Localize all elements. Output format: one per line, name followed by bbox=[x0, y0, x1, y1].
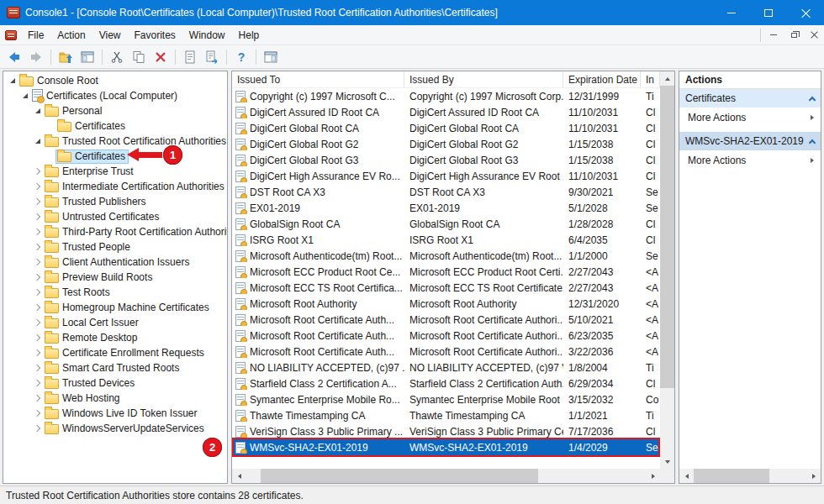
tree-item[interactable]: Local Cert Issuer bbox=[3, 315, 227, 330]
tree-item[interactable]: Trusted Publishers bbox=[3, 194, 227, 209]
forward-button[interactable] bbox=[25, 47, 47, 67]
certificate-row[interactable]: Microsoft Authenticode(tm) Root... Micro… bbox=[232, 248, 660, 264]
menu-favorites[interactable]: Favorites bbox=[128, 27, 182, 44]
delete-button[interactable] bbox=[150, 47, 172, 67]
tree-node[interactable]: Test Roots bbox=[43, 286, 114, 300]
scroll-up-button[interactable] bbox=[660, 71, 674, 86]
tree-node[interactable]: Trusted Root Certification Authorities bbox=[43, 134, 228, 149]
tree-item[interactable]: Personal bbox=[3, 103, 227, 118]
certificate-row[interactable]: DigiCert Global Root CA DigiCert Global … bbox=[232, 120, 660, 136]
actions-horizontal-scrollbar[interactable] bbox=[679, 469, 821, 483]
tree-expander-icon[interactable] bbox=[32, 411, 43, 416]
tree-expander-icon[interactable] bbox=[32, 426, 43, 431]
more-actions-certificates[interactable]: More Actions bbox=[679, 108, 821, 127]
tree-item[interactable]: Third-Party Root Certification Authorit bbox=[3, 224, 227, 239]
tree-node[interactable]: Homegroup Machine Certificates bbox=[43, 301, 213, 315]
copy-button[interactable] bbox=[128, 47, 150, 67]
mdi-child-icon[interactable] bbox=[5, 30, 17, 40]
certificate-row[interactable]: NO LIABILITY ACCEPTED, (c)97 ... NO LIAB… bbox=[232, 360, 660, 375]
back-button[interactable] bbox=[3, 47, 25, 67]
menu-help[interactable]: Help bbox=[232, 27, 267, 44]
certificate-row[interactable]: EX01-2019 EX01-2019 5/1/2028 Se bbox=[232, 200, 660, 216]
tree-item[interactable]: Intermediate Certification Authorities bbox=[3, 179, 227, 194]
properties-button[interactable] bbox=[179, 47, 201, 67]
help-button[interactable]: ? bbox=[230, 47, 252, 67]
tree-item[interactable]: Untrusted Certificates bbox=[3, 209, 227, 224]
more-actions-selected-cert[interactable]: More Actions bbox=[679, 150, 821, 170]
certificate-row[interactable]: GlobalSign Root CA GlobalSign Root CA 1/… bbox=[232, 216, 660, 232]
tree-node[interactable]: Untrusted Certificates bbox=[43, 210, 162, 224]
certificate-row[interactable]: Symantec Enterprise Mobile Ro... Symante… bbox=[232, 391, 660, 407]
tree-node[interactable]: Intermediate Certification Authorities bbox=[43, 180, 228, 194]
horizontal-scroll-thumb[interactable] bbox=[261, 469, 538, 483]
tree-node[interactable]: Windows Live ID Token Issuer bbox=[43, 407, 201, 421]
certificate-row[interactable]: DigiCert High Assurance EV Ro... DigiCer… bbox=[232, 168, 660, 184]
tree-expander-icon[interactable] bbox=[32, 275, 43, 280]
tree-expander-icon[interactable] bbox=[32, 320, 43, 325]
collapse-section-icon[interactable] bbox=[809, 139, 816, 145]
column-header-intended-purposes[interactable]: In bbox=[641, 71, 660, 88]
tree-expander-icon[interactable] bbox=[32, 169, 43, 174]
column-header-issued-to[interactable]: Issued To bbox=[232, 71, 404, 88]
tree-item[interactable]: Smart Card Trusted Roots bbox=[3, 360, 227, 375]
tree-item[interactable]: Certificates bbox=[3, 118, 227, 134]
tree-node[interactable]: Preview Build Roots bbox=[43, 270, 156, 285]
tree-node[interactable]: Personal bbox=[43, 104, 105, 118]
menu-window[interactable]: Window bbox=[182, 27, 232, 44]
tree-node[interactable]: Enterprise Trust bbox=[43, 165, 137, 179]
tree-item[interactable]: Windows Live ID Token Issuer bbox=[3, 406, 227, 421]
menu-view[interactable]: View bbox=[92, 27, 128, 44]
certificate-row[interactable]: DigiCert Assured ID Root CA DigiCert Ass… bbox=[232, 104, 660, 120]
tree-expander-icon[interactable] bbox=[32, 365, 43, 370]
tree-item[interactable]: Test Roots bbox=[3, 285, 227, 300]
scroll-right-button[interactable] bbox=[646, 469, 660, 483]
tree-item[interactable]: Certificates bbox=[3, 149, 227, 164]
scroll-down-button[interactable] bbox=[660, 454, 674, 469]
up-one-level-button[interactable] bbox=[55, 47, 77, 67]
close-button[interactable] bbox=[787, 0, 824, 25]
certificate-row[interactable]: Microsoft Root Authority Microsoft Root … bbox=[232, 296, 660, 312]
mdi-restore-button[interactable] bbox=[784, 26, 804, 45]
tree-expander-icon[interactable] bbox=[32, 244, 43, 249]
tree-item[interactable]: Web Hosting bbox=[3, 391, 227, 406]
tree-node[interactable]: WindowsServerUpdateServices bbox=[43, 422, 208, 436]
scroll-left-button[interactable] bbox=[232, 469, 246, 483]
menu-file[interactable]: File bbox=[21, 27, 50, 44]
tree-node[interactable]: Local Cert Issuer bbox=[43, 316, 142, 330]
tree-item[interactable]: Preview Build Roots bbox=[3, 270, 227, 285]
certificate-row[interactable]: DigiCert Global Root G2 DigiCert Global … bbox=[232, 136, 660, 152]
tree-expander-icon[interactable] bbox=[32, 139, 43, 144]
tree-expander-icon[interactable] bbox=[32, 396, 43, 401]
certificate-row[interactable]: VeriSign Class 3 Public Primary ... Veri… bbox=[232, 423, 660, 439]
tree-node[interactable]: Console Root bbox=[18, 74, 102, 88]
tree-expander-icon[interactable] bbox=[19, 93, 30, 98]
tree-item[interactable]: Certificates (Local Computer) bbox=[3, 88, 227, 103]
show-hide-action-pane-button[interactable] bbox=[260, 47, 282, 67]
collapse-section-icon[interactable] bbox=[809, 96, 816, 102]
tree-node[interactable]: Remote Desktop bbox=[43, 331, 140, 345]
tree-expander-icon[interactable] bbox=[32, 184, 43, 189]
tree-item[interactable]: Client Authentication Issuers bbox=[3, 255, 227, 270]
tree-expander-icon[interactable] bbox=[32, 381, 43, 386]
vertical-scroll-thumb[interactable] bbox=[660, 86, 674, 388]
tree-node[interactable]: Certificates bbox=[55, 119, 129, 134]
tree-expander-icon[interactable] bbox=[32, 290, 43, 295]
tree-node[interactable]: Client Authentication Issuers bbox=[43, 255, 193, 270]
tree-expander-icon[interactable] bbox=[32, 108, 43, 113]
certificate-row[interactable]: Microsoft Root Certificate Auth... Micro… bbox=[232, 328, 660, 344]
scroll-right-button[interactable] bbox=[806, 469, 821, 483]
certificate-row[interactable]: Microsoft ECC TS Root Certifica... Micro… bbox=[232, 280, 660, 296]
column-header-expiration-date[interactable]: Expiration Date bbox=[563, 71, 641, 88]
scroll-left-button[interactable] bbox=[679, 469, 694, 483]
tree-node[interactable]: Third-Party Root Certification Authorit bbox=[43, 225, 228, 239]
tree-expander-icon[interactable] bbox=[32, 214, 43, 219]
certificate-row[interactable]: DST Root CA X3 DST Root CA X3 9/30/2021 … bbox=[232, 184, 660, 200]
tree-node[interactable]: Certificate Enrollment Requests bbox=[43, 346, 208, 360]
tree-expander-icon[interactable] bbox=[32, 260, 43, 265]
tree-node[interactable]: Trusted Publishers bbox=[43, 195, 150, 209]
vertical-scrollbar[interactable] bbox=[660, 71, 674, 469]
horizontal-scrollbar[interactable] bbox=[232, 469, 660, 483]
tree-node[interactable]: Web Hosting bbox=[43, 391, 123, 406]
tree-node[interactable]: Certificates bbox=[55, 150, 129, 164]
tree-item[interactable]: Trusted Root Certification Authorities bbox=[3, 134, 227, 149]
